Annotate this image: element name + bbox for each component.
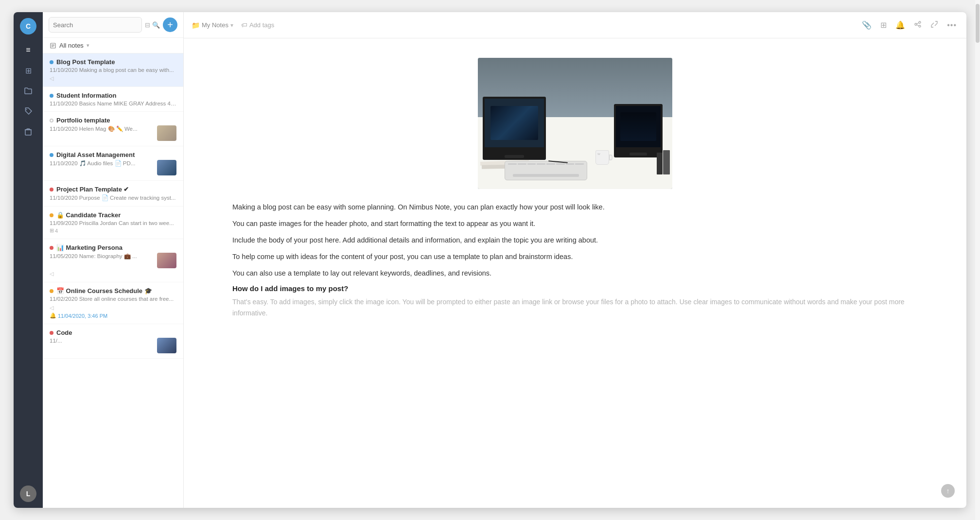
search-icon[interactable]: 🔍 [152, 21, 160, 29]
note-item-student-information[interactable]: Student Information 11/10/2020 Basics Na… [43, 87, 183, 112]
note-date-badge: 🔔 11/04/2020, 3:46 PM [50, 312, 176, 319]
svg-point-7 [919, 21, 921, 23]
note-item-online-courses-schedule[interactable]: 📅 Online Courses Schedule 🎓 11/02/2020 S… [43, 282, 183, 324]
note-title: Project Plan Template ✔ [56, 186, 176, 193]
share-indicator: ◁ [50, 75, 176, 82]
search-input[interactable] [53, 21, 138, 29]
note-title: Portfolio template [56, 117, 176, 124]
paragraph-4: To help come up with ideas for the conte… [232, 251, 918, 263]
note-item-code[interactable]: Code 11/... [43, 324, 183, 359]
grid-view-icon[interactable]: ⊞ [878, 18, 889, 32]
tag-icon[interactable] [19, 103, 37, 120]
hero-image: W [478, 58, 672, 189]
note-title: 📊 Marketing Persona [56, 244, 176, 251]
note-title: Blog Post Template [56, 58, 176, 66]
top-bar-actions: 📎 ⊞ 🔔 ••• [860, 18, 959, 32]
subheading: How do I add images to my post? [232, 284, 918, 293]
note-thumbnail [157, 253, 176, 268]
bottom-avatar[interactable]: L [20, 485, 36, 502]
note-dot [50, 119, 53, 122]
note-item-blog-post-template[interactable]: Blog Post Template 11/10/2020 Making a b… [43, 53, 183, 87]
tag-icon: 🏷 [241, 21, 247, 29]
notifications-icon[interactable]: 🔔 [893, 18, 907, 32]
note-dot [50, 153, 53, 157]
note-item-portfolio-template[interactable]: Portfolio template 11/10/2020 Helen Mag … [43, 112, 183, 146]
note-title: 📅 Online Courses Schedule 🎓 [56, 287, 176, 295]
svg-line-11 [917, 25, 919, 26]
more-options-icon[interactable]: ••• [945, 19, 959, 32]
note-thumbnail [157, 125, 176, 141]
note-dot [50, 213, 53, 217]
notes-panel-header: ⊟ 🔍 + [43, 12, 183, 38]
paragraph-2: You can paste images for the header phot… [232, 218, 918, 230]
note-count: ⊞ 4 [50, 227, 176, 234]
note-item-digital-asset-management[interactable]: Digital Asset Management 11/10/2020 🎵 Au… [43, 146, 183, 181]
grid-icon[interactable]: ⊞ [19, 62, 37, 79]
note-title: Student Information [56, 92, 176, 99]
note-preview: 11/05/2020 Name: Biography 💼 ... [50, 253, 153, 260]
note-body: Making a blog post can be easy with some… [232, 202, 918, 324]
note-preview: 11/09/2020 Priscilla Jordan Can start in… [50, 220, 176, 226]
add-tags-label: Add tags [249, 21, 274, 29]
top-bar: 📁 My Notes ▾ 🏷 Add tags 📎 ⊞ 🔔 ••• [184, 12, 966, 38]
note-preview: 11/10/2020 Purpose 📄 Create new tracking… [50, 194, 176, 201]
note-dot [50, 188, 53, 191]
hamburger-icon[interactable]: ≡ [19, 41, 37, 59]
breadcrumb-label[interactable]: My Notes [202, 21, 228, 29]
breadcrumb-arrow[interactable]: ▾ [230, 22, 233, 29]
note-item-project-plan-template[interactable]: Project Plan Template ✔ 11/10/2020 Purpo… [43, 181, 183, 207]
svg-point-9 [919, 25, 921, 27]
badge-date: 11/04/2020, 3:46 PM [58, 313, 107, 319]
breadcrumb-folder-icon: 📁 [192, 21, 200, 29]
all-notes-label: All notes [59, 42, 84, 49]
note-title: Digital Asset Management [56, 151, 176, 158]
note-preview: 11/02/2020 Store all online courses that… [50, 296, 176, 302]
note-thumbnail [157, 160, 176, 175]
folder-icon[interactable] [19, 82, 37, 100]
filter-icon[interactable]: ⊟ [145, 21, 150, 29]
paragraph-5: You can also use a template to lay out r… [232, 268, 918, 279]
note-dot [50, 289, 53, 293]
share-indicator: ◁ [50, 305, 53, 311]
breadcrumb: 📁 My Notes ▾ [192, 21, 233, 29]
note-dot [50, 246, 53, 250]
note-thumbnail [157, 338, 176, 353]
trash-icon[interactable] [19, 123, 37, 140]
note-preview: 11/10/2020 🎵 Audio files 📄 PD... [50, 160, 153, 167]
svg-rect-1 [25, 130, 31, 135]
share-icon[interactable] [912, 18, 924, 32]
note-preview: 11/10/2020 Helen Mag 🎨 ✏️ We... [50, 125, 153, 132]
note-title: Code [56, 329, 176, 336]
svg-point-0 [26, 109, 27, 110]
attachment-icon[interactable]: 📎 [860, 18, 874, 32]
note-preview: 11/10/2020 Basics Name MIKE GRAY Address… [50, 101, 176, 106]
note-dot [50, 331, 53, 335]
svg-line-10 [917, 23, 919, 24]
note-preview: 11/10/2020 Making a blog post can be eas… [50, 67, 176, 73]
search-icons: ⊟ 🔍 [145, 21, 160, 29]
all-notes-arrow[interactable]: ▾ [87, 42, 89, 49]
share-indicator: ◁ [50, 271, 176, 277]
note-dot [50, 94, 53, 98]
notes-icon [50, 42, 56, 49]
search-box[interactable] [49, 17, 142, 33]
note-item-candidate-tracker[interactable]: 🔒 Candidate Tracker 11/09/2020 Priscilla… [43, 207, 183, 239]
notes-list: Blog Post Template 11/10/2020 Making a b… [43, 53, 183, 508]
note-item-marketing-persona[interactable]: 📊 Marketing Persona 11/05/2020 Name: Bio… [43, 239, 183, 282]
desk-scene: W [478, 58, 672, 189]
new-note-button[interactable]: + [163, 17, 177, 32]
add-tags-button[interactable]: 🏷 Add tags [237, 19, 278, 31]
placeholder-paragraph: That's easy. To add images, simply click… [232, 296, 918, 319]
app-window: C ≡ ⊞ L ⊟ 🔍 + All notes ▾ [14, 12, 966, 508]
top-avatar[interactable]: C [20, 18, 36, 35]
note-dot [50, 60, 53, 64]
note-content-area[interactable]: W Making a blog post can be easy with so… [184, 38, 966, 508]
expand-icon[interactable] [928, 18, 940, 32]
main-area: 📁 My Notes ▾ 🏷 Add tags 📎 ⊞ 🔔 ••• [184, 12, 966, 508]
note-title: 🔒 Candidate Tracker [56, 211, 176, 219]
paragraph-1: Making a blog post can be easy with some… [232, 202, 918, 213]
note-preview: 11/... [50, 338, 153, 344]
all-notes-row[interactable]: All notes ▾ [43, 38, 183, 53]
icon-rail: C ≡ ⊞ L [14, 12, 43, 508]
notes-panel: ⊟ 🔍 + All notes ▾ Blog Post Template 11/… [43, 12, 184, 508]
